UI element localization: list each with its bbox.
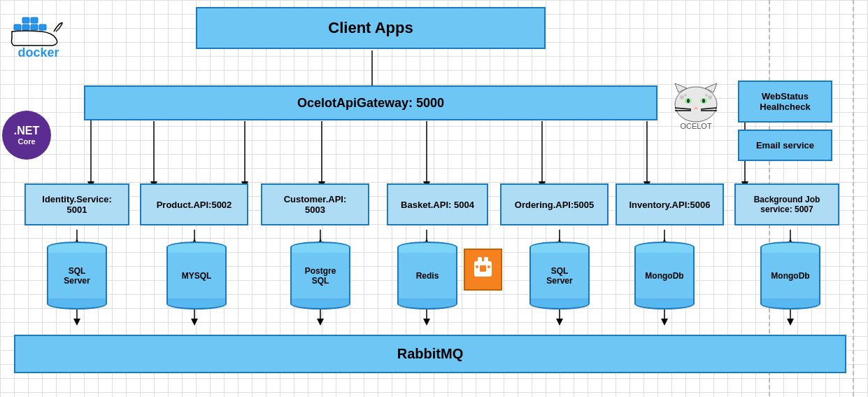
background-label: Background Job service: 5007 [754,195,820,214]
svg-point-70 [702,99,705,103]
db-sql2-label: SQL Server [546,266,572,286]
ocelot-logo: OCELOT [661,77,731,133]
svg-rect-81 [478,257,482,264]
svg-marker-35 [317,319,324,326]
basket-label: Basket.API: 5004 [401,200,474,210]
svg-point-85 [488,265,490,268]
ordering-label: Ordering.API:5005 [515,200,594,210]
svg-point-63 [48,36,50,39]
webstatus-label: WebStatus Healhcheck [760,91,810,112]
db-mongo2-label: MongoDb [771,271,809,281]
dotnet-line1: .NET [14,125,39,137]
svg-rect-57 [14,25,21,30]
identity-box: Identity.Service: 5001 [24,183,129,225]
svg-point-69 [687,99,690,103]
rabbitmq-box: RabbitMQ [14,335,846,373]
svg-point-78 [705,94,708,97]
svg-point-64 [675,87,717,122]
db-sql1-label: SQL Server [64,266,90,286]
docker-label: docker [17,46,59,60]
db-mysql-label: MYSQL [182,271,212,281]
customer-label: Customer.API: 5003 [284,194,347,215]
product-label: Product.API:5002 [157,200,232,210]
svg-marker-45 [556,319,563,326]
webstatus-box: WebStatus Healhcheck [738,81,832,123]
rabbitmq-label: RabbitMQ [397,346,463,362]
svg-marker-55 [787,319,794,326]
ordering-box: Ordering.API:5005 [500,183,609,225]
client-apps-box: Client Apps [196,7,546,49]
svg-marker-25 [73,319,80,326]
svg-rect-58 [22,25,29,30]
svg-marker-40 [423,319,430,326]
svg-marker-50 [661,319,668,326]
gateway-box: OcelotApiGateway: 5000 [84,85,657,120]
docker-logo: docker [7,7,70,63]
background-box: Background Job service: 5007 [734,183,839,225]
identity-label: Identity.Service: 5001 [42,194,111,215]
diagram-canvas: docker .NET Core Client Apps OcelotApiGa… [0,0,868,397]
svg-rect-60 [22,18,29,23]
db-postgres: Postgre SQL [290,242,350,309]
svg-point-84 [476,265,478,268]
svg-point-79 [708,95,712,99]
client-apps-label: Client Apps [328,19,413,37]
ocelot-label: OCELOT [680,122,711,130]
inventory-box: Inventory.API:5006 [616,183,724,225]
svg-marker-30 [191,319,198,326]
basket-box: Basket.API: 5004 [387,183,488,225]
dotnet-line2: Core [17,137,35,146]
db-sql-server-2: SQL Server [529,242,590,309]
db-mysql: MYSQL [166,242,227,309]
svg-rect-62 [39,25,46,30]
svg-rect-83 [480,265,486,272]
db-redis-label: Redis [416,271,439,281]
gateway-label: OcelotApiGateway: 5000 [297,96,444,111]
rabbitmq-icon [464,249,502,291]
svg-rect-61 [31,18,38,23]
svg-rect-59 [31,25,38,30]
email-service-box: Email service [738,130,832,161]
customer-box: Customer.API: 5003 [261,183,369,225]
svg-point-76 [680,95,684,99]
db-redis: Redis [397,242,457,309]
svg-rect-82 [484,257,488,264]
db-postgres-label: Postgre SQL [305,266,336,286]
svg-point-77 [684,94,687,97]
inventory-label: Inventory.API:5006 [629,200,710,210]
email-label: Email service [756,140,814,151]
db-mongo1-label: MongoDb [645,271,683,281]
dotnet-badge: .NET Core [2,111,51,160]
db-mongodb-2: MongoDb [760,242,820,309]
db-sql-server-1: SQL Server [47,242,107,309]
db-mongodb-1: MongoDb [634,242,695,309]
product-box: Product.API:5002 [140,183,248,225]
